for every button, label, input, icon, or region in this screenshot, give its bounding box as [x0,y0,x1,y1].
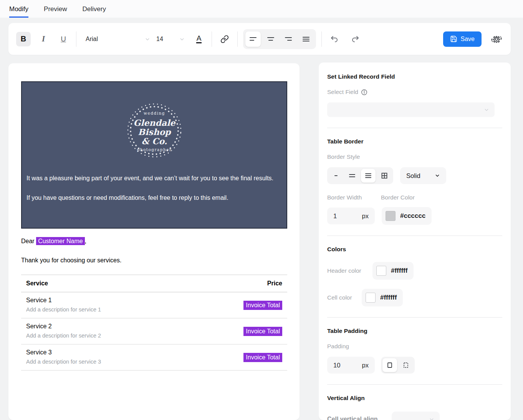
padding-unit: px [362,362,369,369]
undo-icon [330,35,339,44]
tab-delivery[interactable]: Delivery [83,0,106,18]
border-horizontal-button[interactable] [345,169,359,183]
top-tabbar: Modify Preview Delivery [0,0,523,18]
svg-text:photographer: photographer [137,147,172,152]
font-size-select[interactable]: 14 [156,36,185,43]
font-family-select[interactable]: Arial [86,36,150,43]
invoice-total-token[interactable]: Invoice Total [243,301,282,310]
wreath-logo-icon: wedding Glendale Bishop & Co. photograph… [125,101,184,160]
cell-vertical-align-label: Cell vertical align [327,416,392,420]
padding-value: 10 [333,362,340,369]
padding-uniform-button[interactable] [382,358,397,372]
italic-button[interactable]: I [36,32,51,46]
thanks-line[interactable]: Thank you for choosing our services. [21,257,287,264]
text-color-label: A [196,35,202,44]
cell-color-picker[interactable]: #ffffff [362,289,403,306]
select-field-label: Select Field [327,89,502,96]
table-row[interactable]: Service 2 Add a description for service … [21,318,287,344]
border-none-icon [333,172,339,179]
border-grid-icon [381,172,388,179]
underline-label: U [61,35,66,43]
header-color-label: Header color [327,267,372,274]
undo-button[interactable] [327,32,342,46]
table-row[interactable]: Service 3 Add a description for service … [21,344,287,371]
hero-paragraphs: It was a pleasure being part of your eve… [26,173,282,203]
svg-text:& Co.: & Co. [141,136,167,146]
padding-uniform-icon [386,362,393,369]
border-style-row: Solid [327,167,502,184]
border-color-swatch[interactable] [386,211,396,221]
align-left-button[interactable] [245,31,261,47]
chevron-down-icon [429,417,434,420]
hero-paragraph-2[interactable]: If you have questions or need modificati… [26,193,282,203]
italic-label: I [42,34,45,44]
chevron-down-icon [179,36,185,42]
redo-icon [351,35,360,44]
email-template-editor: Modify Preview Delivery B I U Arial 14 A [0,0,523,420]
settings-button[interactable] [490,33,503,46]
tab-preview[interactable]: Preview [44,0,67,18]
border-rows-button[interactable] [361,169,376,183]
select-field-dropdown[interactable] [327,102,495,117]
padding-input[interactable]: 10 px [327,357,375,374]
save-label: Save [461,36,475,43]
border-width-input[interactable]: 1 px [327,208,375,224]
border-style-value: Solid [406,172,420,180]
vertical-align-title: Vertical Align [327,395,502,402]
tab-modify[interactable]: Modify [9,0,28,18]
linked-record-title: Set Linked Record Field [327,73,502,80]
save-button[interactable]: Save [443,31,482,47]
text-color-button[interactable]: A [192,32,206,46]
cell-color-label: Cell color [327,294,362,301]
invoice-total-token[interactable]: Invoice Total [243,353,282,362]
invoice-total-token[interactable]: Invoice Total [243,327,282,336]
border-all-button[interactable] [377,169,392,183]
header-color-hex: #ffffff [391,267,407,275]
border-width-value: 1 [333,212,337,220]
header-color-picker[interactable]: #ffffff [372,262,414,280]
link-button[interactable] [217,32,232,46]
underline-button[interactable]: U [56,32,71,46]
section-divider [327,128,502,128]
align-right-icon [285,36,292,43]
border-color-picker[interactable]: #cccccc [382,207,432,225]
border-style-label: Border Style [327,153,502,160]
cell-color-swatch[interactable] [366,293,376,303]
border-width-label: Border Width [327,194,381,201]
email-canvas: wedding Glendale Bishop & Co. photograph… [8,63,300,420]
padding-label: Padding [327,343,502,350]
table-row[interactable]: Service 1 Add a description for service … [21,292,287,318]
align-justify-icon [302,36,310,43]
chevron-down-icon [484,107,489,112]
settings-panel: Set Linked Record Field Select Field Tab… [319,63,511,420]
font-size-value: 14 [156,36,163,43]
border-none-button[interactable] [329,169,343,183]
border-rows-icon [365,172,372,179]
alignment-group [243,29,316,49]
cell-vertical-align-select[interactable] [392,412,440,420]
section-divider [327,236,502,236]
align-right-button[interactable] [281,31,296,47]
align-center-icon [267,36,275,43]
hero-paragraph-1[interactable]: It was a pleasure being part of your eve… [26,173,282,183]
header-color-swatch[interactable] [376,266,386,276]
padding-mode-group [381,357,415,374]
toolbar-divider [76,31,76,47]
bold-button[interactable]: B [16,32,31,46]
cell-color-hex: #ffffff [380,294,397,301]
align-center-button[interactable] [263,31,278,47]
email-hero-block[interactable]: wedding Glendale Bishop & Co. photograph… [21,81,287,229]
customer-name-token[interactable]: Customer Name [36,237,84,245]
table-padding-title: Table Padding [327,328,502,334]
gear-sync-icon [490,33,503,46]
toolbar-divider [321,31,322,47]
section-divider [327,384,502,385]
align-justify-button[interactable] [298,31,314,47]
redo-button[interactable] [348,32,362,46]
greeting-line[interactable]: Dear Customer Name, [21,238,287,245]
padding-custom-button[interactable] [399,358,413,372]
brand-logo: wedding Glendale Bishop & Co. photograph… [26,101,282,160]
services-table-header: Service Price [21,275,287,292]
info-icon[interactable] [361,89,367,96]
border-style-select[interactable]: Solid [400,167,446,184]
